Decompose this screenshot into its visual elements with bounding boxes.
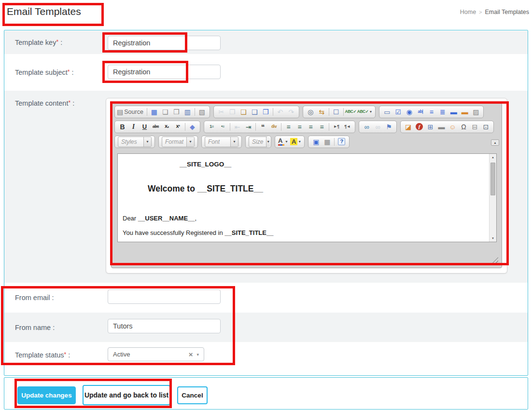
toolbar-group: ◪f⊞▬☺Ω⊟⊡ [400,121,494,133]
breadcrumb-current: Email Templates [485,9,529,15]
format-dropdown[interactable]: Format▼ [162,137,195,147]
page-break-button[interactable]: ⊟ [469,122,480,132]
find-button[interactable]: ◎ [305,107,316,117]
from-email-input[interactable] [108,289,221,304]
templates-button[interactable]: ▧ [196,107,208,117]
scroll-up-icon[interactable]: ▲ [490,154,496,161]
template-status-select[interactable]: Active × ▾ [108,347,204,361]
blockquote-button[interactable]: ❝ [257,122,268,132]
image-button-button[interactable]: ▬ [459,107,470,117]
increase-indent-button[interactable]: ⇥ [243,122,254,132]
paste-from-word-button[interactable]: ❒ [260,107,271,117]
table-button[interactable]: ⊞ [425,122,436,132]
scroll-down-icon[interactable]: ▼ [490,235,496,242]
print-button[interactable]: ▥ [182,107,193,117]
hidden-field-icon: ▨ [473,109,479,115]
smiley-button[interactable]: ☺ [447,122,458,132]
clear-selection-icon[interactable]: × [185,350,197,358]
size-dropdown[interactable]: Size▼ [249,137,268,147]
flash-button[interactable]: f [414,122,425,132]
about-button[interactable]: ? [336,137,347,147]
new-page-button[interactable]: ❏ [160,107,171,117]
text-direction-ltr-button[interactable]: ►¶ [331,122,342,132]
show-blocks-icon: ▦ [324,138,330,145]
toolbar-group: ◎⇆☐ABC✓ABC✓▼ [303,106,376,118]
toolbar-separator [281,123,281,131]
special-character-button[interactable]: Ω [458,122,469,132]
update-changes-button[interactable]: Update changes [17,386,76,404]
font-dropdown[interactable]: Font▼ [205,137,238,147]
from-name-input[interactable] [108,319,221,333]
form-button[interactable]: ▭ [381,107,392,117]
update-and-go-back-button[interactable]: Update and go back to list [83,385,170,405]
toolbar-separator [329,108,329,116]
replace-button[interactable]: ⇆ [316,107,327,117]
text-field-icon: ab| [418,110,423,114]
background-color-button[interactable]: A▼ [289,137,302,147]
text-direction-rtl-button[interactable]: ¶◄ [342,122,353,132]
copy-button[interactable]: ❐ [227,107,238,117]
align-center-button[interactable]: ≡ [294,122,305,132]
superscript-button[interactable]: X² [172,122,183,132]
create-div-button[interactable]: div [268,122,280,132]
decrease-indent-button[interactable]: ⇤ [232,122,243,132]
toolbar-separator [273,108,273,116]
spell-check-as-you-type-button[interactable]: ABC✓▼ [356,107,373,117]
link-button[interactable]: ∞ [361,122,372,132]
select-all-button[interactable]: ☐ [331,107,342,117]
template-subject-input[interactable] [108,65,221,79]
paste-button[interactable]: ❑ [238,107,249,117]
redo-icon: ↷ [288,109,294,115]
save-button[interactable]: ▦ [149,107,160,117]
italic-button[interactable]: I [128,122,139,132]
bulleted-list-button[interactable]: •≡ [217,122,228,132]
textarea-button[interactable]: ≡ [426,107,437,117]
checkbox-button[interactable]: ☑ [392,107,404,117]
remove-format-button[interactable]: ◆ [187,122,198,132]
breadcrumb-home-link[interactable]: Home [460,9,476,15]
paste-plain-text-button[interactable]: ❑ [249,107,260,117]
remove-format-icon: ◆ [190,123,195,130]
cancel-button[interactable]: Cancel [177,386,208,404]
anchor-button[interactable]: ⚑ [383,122,394,132]
editor-scrollbar[interactable]: ▲ ▼ [489,154,496,242]
editor-content-area[interactable]: __SITE_LOGO__ Welcome to __SITE_TITLE__ … [117,153,497,242]
redo-button[interactable]: ↷ [286,107,297,117]
text-color-button[interactable]: A▼ [277,137,289,147]
subscript-button[interactable]: X₂ [161,122,172,132]
source-icon: ▤ [117,109,123,115]
horizontal-rule-button[interactable]: ▬ [436,122,447,132]
maximize-button[interactable]: ▣ [310,137,322,147]
align-left-button[interactable]: ≡ [283,122,294,132]
bold-button[interactable]: B [117,122,128,132]
editor-resize-handle[interactable] [492,257,498,263]
button-button[interactable]: ▬ [448,107,459,117]
undo-button[interactable]: ↶ [275,107,286,117]
cut-button[interactable]: ✂ [216,107,227,117]
styles-dropdown[interactable]: Styles▼ [118,137,152,147]
strikethrough-button[interactable]: abc [150,122,161,132]
justify-button[interactable]: ≡ [316,122,327,132]
unlink-button[interactable]: ∞ [372,122,383,132]
iframe-button[interactable]: ⊡ [480,122,491,132]
align-right-button[interactable]: ≡ [305,122,316,132]
selection-field-button[interactable]: ≣ [437,107,448,117]
source-button[interactable]: ▤Source [117,107,145,117]
scrollbar-thumb[interactable] [490,163,495,195]
preview-button[interactable]: ❒ [171,107,182,117]
numbered-list-button[interactable]: 1≡ [206,122,217,132]
text-field-button[interactable]: ab| [415,107,426,117]
image-button[interactable]: ◪ [403,122,414,132]
radio-button-button[interactable]: ◉ [404,107,415,117]
toolbar-collapse-button[interactable]: ▴ [491,139,499,146]
show-blocks-button[interactable]: ▦ [322,137,333,147]
underline-button[interactable]: U [139,122,150,132]
email-greeting-line: Dear __USER__NAME__, [123,215,196,222]
template-key-input[interactable] [108,36,221,50]
form-row-template-subject: Template subject* : [4,54,528,91]
chevron-down-icon: ▼ [298,140,301,143]
hidden-field-button[interactable]: ▨ [470,107,481,117]
chevron-down-icon: ▼ [285,140,288,143]
spell-check-button[interactable]: ABC✓ [345,107,356,117]
chevron-down-icon[interactable]: ▾ [196,352,204,357]
